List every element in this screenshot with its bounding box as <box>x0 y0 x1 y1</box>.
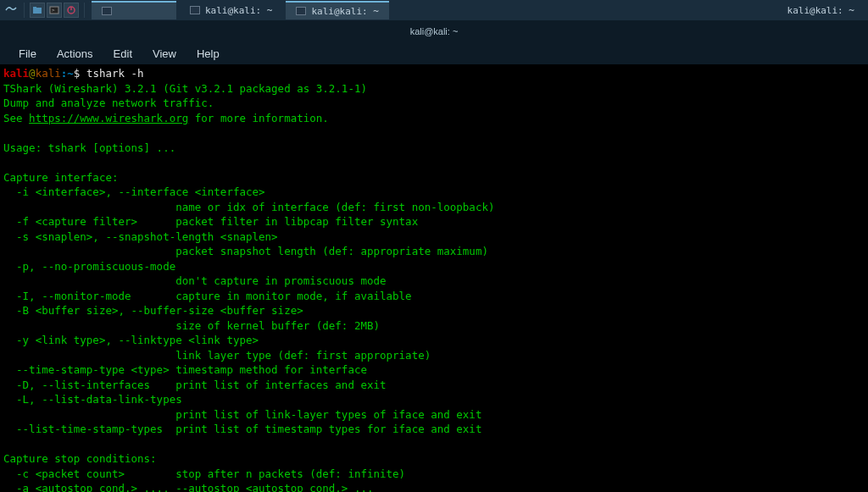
files-icon[interactable] <box>30 3 45 18</box>
output-line: print list of link-layer types of iface … <box>3 408 481 421</box>
output-line: -a <autostop cond.> ..., --autostop <aut… <box>3 482 374 492</box>
taskbar-item-label: kali@kali: ~ <box>311 6 378 17</box>
output-line: Capture interface: <box>3 171 118 184</box>
command-text: tshark -h <box>86 67 144 80</box>
menu-file[interactable]: File <box>8 44 47 64</box>
svg-text:>: > <box>52 7 55 13</box>
output-line: name or idx of interface (def: first non… <box>3 201 494 213</box>
output-line: -I, --monitor-mode capture in monitor mo… <box>3 290 412 302</box>
output-line: -c <packet count> stop after n packets (… <box>3 467 405 480</box>
menu-view[interactable]: View <box>142 44 186 64</box>
menu-help[interactable]: Help <box>186 44 230 64</box>
output-line: -i <interface>, --interface <interface> <box>3 185 265 198</box>
window-title: kali@kali: ~ <box>410 26 459 36</box>
output-line: -s <snaplen>, --snapshot-length <snaplen… <box>3 230 278 243</box>
prompt-at: @ <box>29 67 36 80</box>
taskbar-item-label: kali@kali: ~ <box>205 5 272 16</box>
taskbar-right-label: kali@kali: ~ <box>787 5 865 16</box>
power-icon[interactable] <box>64 3 79 18</box>
prompt-host: kali <box>36 67 61 80</box>
output-line: link layer type (def: first appropriate) <box>3 349 431 362</box>
terminal-mini-icon <box>102 7 112 15</box>
output-line: -y <link type>, --linktype <link type> <box>3 334 259 346</box>
menubar: File Actions Edit View Help <box>0 42 868 64</box>
window-titlebar: kali@kali: ~ <box>0 20 868 42</box>
output-line: Dump and analyze network traffic. <box>3 97 214 109</box>
output-line: -L, --list-data-link-types <box>3 393 182 406</box>
terminal-mini-icon <box>296 7 306 15</box>
output-line: size of kernel buffer (def: 2MB) <box>3 319 380 332</box>
taskbar-item-terminal-1[interactable] <box>92 1 176 19</box>
output-line: --time-stamp-type <type> timestamp metho… <box>3 363 367 376</box>
output-line: --list-time-stamp-types print list of ti… <box>3 423 481 435</box>
output-line: -f <capture filter> packet filter in lib… <box>3 215 418 228</box>
kali-menu-icon[interactable] <box>3 3 19 18</box>
prompt-dollar: $ <box>74 67 86 80</box>
output-line: don't capture in promiscuous mode <box>3 274 387 287</box>
output-line: -D, --list-interfaces print list of inte… <box>3 379 387 391</box>
terminal-mini-icon <box>190 6 200 14</box>
output-line: packet snapshot length (def: appropriate… <box>3 245 488 257</box>
prompt-user: kali <box>3 67 29 80</box>
taskbar-item-terminal-2[interactable]: kali@kali: ~ <box>180 1 282 19</box>
terminal-icon[interactable]: > <box>47 3 62 18</box>
output-line: Usage: tshark [options] ... <box>3 141 175 154</box>
terminal-output[interactable]: kali@kali:~$ tshark -h TShark (Wireshark… <box>0 64 868 492</box>
output-line: -B <buffer size>, --buffer-size <buffer … <box>3 304 303 317</box>
separator <box>24 3 25 18</box>
output-line: TShark (Wireshark) 3.2.1 (Git v3.2.1 pac… <box>3 82 367 95</box>
svg-rect-0 <box>33 8 42 14</box>
output-line: for more information. <box>188 112 329 124</box>
output-link[interactable]: https://www.wireshark.org <box>29 112 188 124</box>
taskbar-item-terminal-3[interactable]: kali@kali: ~ <box>286 1 388 19</box>
output-line: See <box>3 112 29 124</box>
output-line: -p, --no-promiscuous-mode <box>3 260 175 273</box>
menu-actions[interactable]: Actions <box>47 44 103 64</box>
taskbar: > kali@kali: ~ kali@kali: ~ kali@kali: ~ <box>0 0 868 20</box>
separator <box>84 3 85 18</box>
svg-rect-1 <box>33 7 36 8</box>
taskbar-left: > kali@kali: ~ kali@kali: ~ <box>3 1 389 19</box>
prompt-path: :~ <box>61 67 74 80</box>
output-line: Capture stop conditions: <box>3 452 157 465</box>
menu-edit[interactable]: Edit <box>103 44 142 64</box>
